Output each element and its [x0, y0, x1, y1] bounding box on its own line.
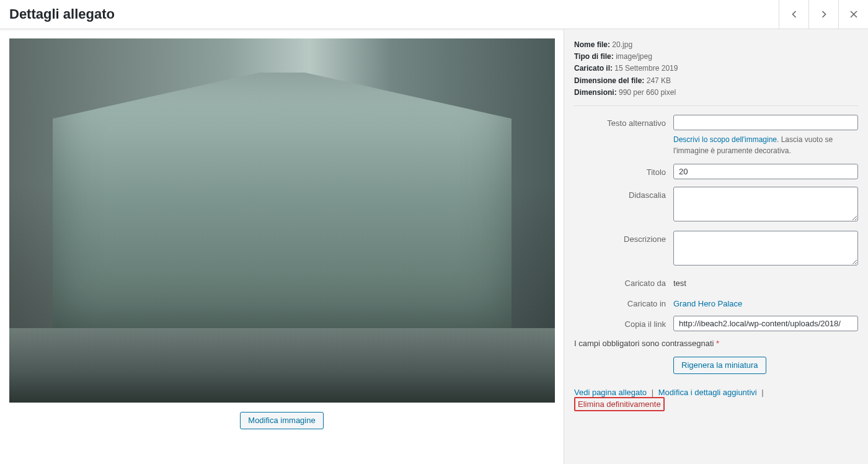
meta-filesize-label: Dimensione del file:	[574, 76, 644, 85]
description-label: Descrizione	[574, 231, 673, 244]
row-uploaded-by: Caricato da test	[574, 275, 858, 288]
close-icon	[848, 8, 860, 20]
caption-input[interactable]	[673, 187, 858, 221]
chevron-right-icon	[818, 8, 830, 20]
actions-sep-1: |	[649, 388, 656, 397]
attachment-meta: Nome file: 20.jpg Tipo di file: image/jp…	[574, 39, 858, 106]
edit-image-wrap: Modifica immagine	[9, 412, 554, 429]
row-copy-link: Copia il link	[574, 316, 858, 331]
caption-label: Didascalia	[574, 187, 673, 200]
title-input[interactable]	[673, 164, 858, 179]
required-asterisk: *	[716, 339, 719, 348]
chevron-left-icon	[788, 8, 800, 20]
actions-sep-2: |	[759, 388, 766, 397]
meta-dimensions-label: Dimensioni:	[574, 88, 617, 97]
modal-title: Dettagli allegato	[9, 6, 115, 22]
row-description: Descrizione	[574, 231, 858, 267]
row-caption: Didascalia	[574, 187, 858, 223]
regenerate-thumbnail-button[interactable]: Rigenera la miniatura	[673, 357, 766, 374]
meta-filesize-value: 247 KB	[647, 76, 671, 85]
alt-text-input[interactable]	[673, 115, 858, 130]
attachment-actions: Vedi pagina allegato | Modifica i dettag…	[574, 388, 858, 411]
meta-filename-label: Nome file:	[574, 40, 610, 49]
edit-image-button[interactable]: Modifica immagine	[240, 412, 323, 429]
meta-dimensions-value: 990 per 660 pixel	[619, 88, 676, 97]
header-controls	[779, 0, 868, 29]
required-fields-note: I campi obbligatori sono contrassegnati …	[574, 339, 858, 348]
title-label: Titolo	[574, 164, 673, 177]
alt-text-label: Testo alternativo	[574, 115, 673, 128]
copy-link-input[interactable]	[673, 316, 858, 331]
media-pane: Modifica immagine	[0, 29, 564, 464]
prev-button[interactable]	[779, 0, 808, 29]
next-button[interactable]	[808, 0, 838, 29]
alt-text-help-link[interactable]: Descrivi lo scopo dell'immagine	[673, 135, 777, 144]
uploaded-by-label: Caricato da	[574, 275, 673, 288]
uploaded-to-link[interactable]: Grand Hero Palace	[673, 299, 742, 308]
description-input[interactable]	[673, 231, 858, 265]
regenerate-wrap: Rigenera la miniatura	[574, 357, 858, 374]
delete-highlight-box: Elimina definitivamente	[574, 397, 665, 411]
modal-body: Modifica immagine Nome file: 20.jpg Tipo…	[0, 29, 868, 464]
uploaded-to-label: Caricato in	[574, 295, 673, 308]
details-sidebar: Nome file: 20.jpg Tipo di file: image/jp…	[564, 29, 868, 464]
alt-text-help: Descrivi lo scopo dell'immagine. Lascia …	[673, 134, 858, 156]
row-uploaded-to: Caricato in Grand Hero Palace	[574, 295, 858, 308]
row-alt-text: Testo alternativo Descrivi lo scopo dell…	[574, 115, 858, 156]
copy-link-label: Copia il link	[574, 316, 673, 329]
edit-more-details-link[interactable]: Modifica i dettagli aggiuntivi	[658, 388, 757, 397]
uploaded-by-value: test	[673, 275, 858, 288]
modal-header: Dettagli allegato	[0, 0, 868, 29]
view-attachment-page-link[interactable]: Vedi pagina allegato	[574, 388, 647, 397]
meta-filetype-label: Tipo di file:	[574, 52, 614, 61]
row-title: Titolo	[574, 164, 858, 179]
attachment-image	[9, 38, 555, 403]
meta-filetype-value: image/jpeg	[616, 52, 652, 61]
delete-permanently-link[interactable]: Elimina definitivamente	[578, 399, 661, 409]
meta-uploaded-on-value: 15 Settembre 2019	[614, 64, 678, 73]
meta-uploaded-on-label: Caricato il:	[574, 64, 613, 73]
meta-filename-value: 20.jpg	[612, 40, 632, 49]
close-button[interactable]	[838, 0, 868, 29]
